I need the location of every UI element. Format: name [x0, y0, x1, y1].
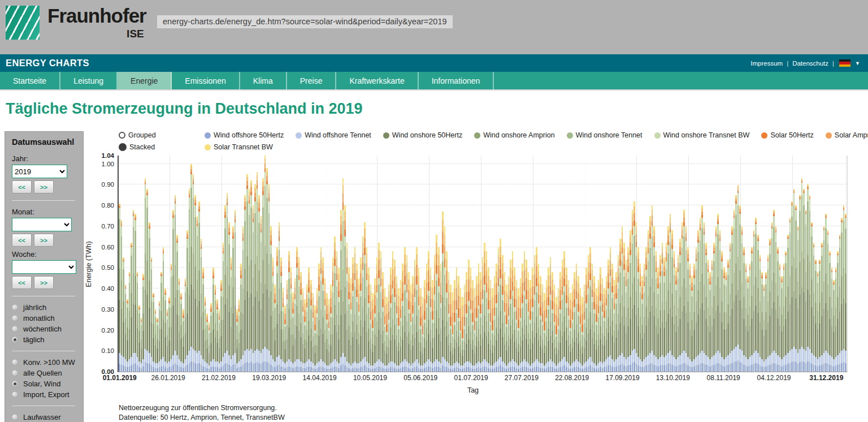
legend-item-wind-onshore-50hertz[interactable]: Wind onshore 50Hertz — [383, 131, 462, 139]
german-flag-icon[interactable] — [839, 59, 850, 67]
segment — [258, 223, 260, 270]
segment — [454, 325, 455, 339]
week-prev-button[interactable]: << — [12, 276, 32, 289]
legend-item-wind-offshore-tennet[interactable]: Wind offshore Tennet — [296, 131, 371, 139]
legend-item-wind-onshore-transnet-bw[interactable]: Wind onshore Transnet BW — [654, 131, 750, 139]
legend-item-solar-amprion[interactable]: Solar Amprion — [826, 131, 868, 139]
segment — [328, 313, 330, 321]
radio-alle-quellen[interactable]: alle Quellen — [12, 369, 77, 377]
tab-preise[interactable]: Preise — [287, 72, 337, 89]
legend-item-wind-onshore-amprion[interactable]: Wind onshore Amprion — [474, 131, 554, 139]
segment — [534, 263, 536, 274]
segment — [313, 368, 314, 372]
segment — [504, 363, 506, 368]
tab-klima[interactable]: Klima — [240, 72, 287, 89]
segment — [404, 359, 406, 367]
segment — [382, 331, 384, 343]
segment — [183, 321, 184, 337]
legend-mode-stacked[interactable]: Stacked — [119, 143, 205, 151]
bars-layer[interactable] — [119, 156, 847, 372]
segment — [626, 260, 627, 265]
radio-solar-wind[interactable]: Solar, Wind — [12, 380, 77, 388]
segment — [751, 253, 753, 261]
month-select[interactable] — [12, 218, 72, 231]
radio-konv-100-mw[interactable]: Konv. >100 MW — [12, 358, 77, 367]
radio-import-export[interactable]: Import, Export — [12, 390, 77, 399]
segment — [627, 308, 629, 326]
month-next-button[interactable]: >> — [34, 234, 54, 247]
week-select[interactable] — [12, 260, 76, 274]
year-next-button[interactable]: >> — [34, 180, 54, 193]
segment — [354, 315, 356, 333]
segment — [566, 361, 567, 368]
bar-day-365[interactable] — [845, 156, 847, 372]
segment — [524, 334, 526, 359]
segment — [558, 296, 559, 307]
segment — [151, 269, 153, 302]
segment — [332, 272, 334, 280]
impressum-link[interactable]: Impressum — [750, 60, 783, 67]
segment — [659, 310, 661, 328]
segment — [364, 321, 366, 358]
segment — [146, 363, 148, 372]
chevron-down-icon[interactable]: ▼ — [855, 61, 860, 66]
segment — [578, 312, 579, 316]
url-bar[interactable]: energy-charts.de/energy_de.htm?source=so… — [157, 15, 453, 28]
segment — [581, 369, 583, 372]
segment — [675, 276, 677, 281]
segment — [292, 313, 294, 317]
radio-wöchentlich[interactable]: wöchentlich — [12, 325, 77, 333]
segment — [290, 272, 292, 278]
segment — [414, 338, 416, 361]
segment — [723, 312, 725, 330]
legend-item-solar-50hertz[interactable]: Solar 50Hertz — [761, 131, 813, 139]
segment — [438, 318, 440, 334]
month-prev-button[interactable]: << — [12, 234, 32, 247]
tab-startseite[interactable]: Startseite — [0, 72, 60, 89]
segment — [149, 281, 150, 308]
datenschutz-link[interactable]: Datenschutz — [792, 60, 828, 67]
tab-energie[interactable]: Energie — [118, 72, 172, 89]
segment — [272, 261, 274, 266]
segment — [743, 297, 745, 319]
year-prev-button[interactable]: << — [12, 180, 32, 193]
segment — [444, 275, 446, 306]
segment — [637, 365, 639, 372]
tab-emissionen[interactable]: Emissionen — [172, 72, 240, 89]
legend-item-solar-transnet-bw[interactable]: Solar Transnet BW — [205, 143, 273, 151]
legend-mode-grouped[interactable]: Grouped — [119, 131, 205, 139]
segment — [614, 286, 615, 294]
segment — [198, 363, 200, 372]
segment — [823, 353, 825, 364]
segment — [216, 309, 218, 313]
radio-jährlich[interactable]: jährlich — [12, 303, 77, 312]
segment — [342, 185, 344, 193]
segment — [340, 250, 342, 290]
radio-monatlich[interactable]: monatlich — [12, 314, 77, 322]
legend-item-wind-onshore-tennet[interactable]: Wind onshore Tennet — [567, 131, 643, 139]
week-next-button[interactable]: >> — [34, 276, 54, 289]
segment — [563, 268, 565, 279]
segment — [775, 232, 777, 242]
segment — [600, 339, 601, 361]
legend-item-wind-offshore-50hertz[interactable]: Wind offshore 50Hertz — [205, 131, 284, 139]
radio-täglich[interactable]: täglich — [12, 335, 77, 344]
year-select[interactable]: 2019 — [12, 165, 67, 178]
segment — [300, 283, 302, 290]
tab-informationen[interactable]: Informationen — [419, 72, 494, 89]
date-selection-panel: Datumsauswahl Jahr: 2019 <<>> Monat: <<>… — [5, 131, 84, 422]
segment — [524, 320, 526, 335]
segment — [466, 334, 467, 345]
segment — [186, 287, 188, 313]
radio-laufwasser[interactable]: Laufwasser — [12, 413, 77, 421]
segment — [678, 326, 679, 357]
segment — [287, 361, 288, 368]
segment — [797, 364, 799, 372]
segment — [326, 369, 328, 372]
tab-leistung[interactable]: Leistung — [60, 72, 118, 89]
segment — [470, 276, 472, 288]
tab-kraftwerkskarte[interactable]: Kraftwerkskarte — [336, 72, 418, 89]
segment — [272, 311, 274, 329]
fraunhofer-logo[interactable]: Fraunhofer ISE — [6, 5, 146, 41]
segment — [438, 255, 440, 266]
